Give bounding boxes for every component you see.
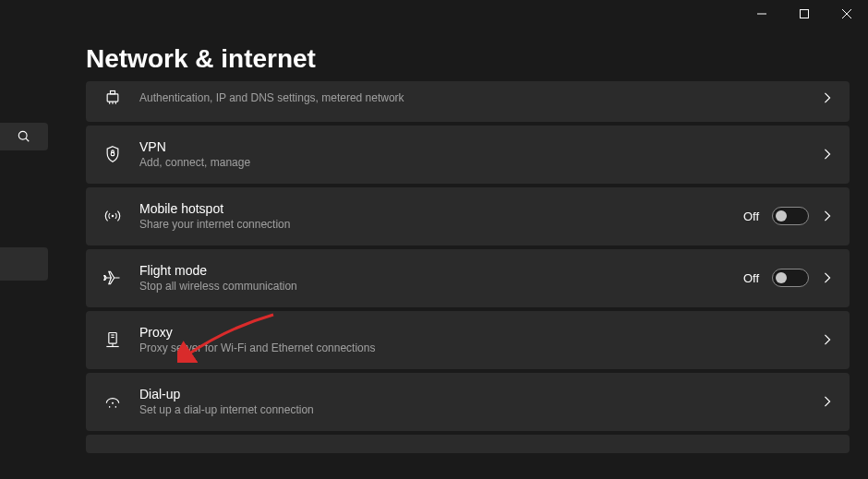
sidebar xyxy=(0,0,48,479)
settings-item-proxy[interactable]: Proxy Proxy server for Wi-Fi and Etherne… xyxy=(86,311,850,369)
svg-rect-13 xyxy=(109,333,116,344)
svg-rect-7 xyxy=(111,91,115,94)
window-controls xyxy=(741,0,868,28)
flight-mode-subtitle: Stop all wireless communication xyxy=(139,279,743,294)
hotspot-icon xyxy=(102,206,123,226)
maximize-icon xyxy=(800,9,809,18)
minimize-icon xyxy=(757,9,766,18)
toggle-knob xyxy=(776,272,787,283)
flight-mode-toggle-state: Off xyxy=(743,271,759,285)
settings-item-vpn[interactable]: VPN Add, connect, manage xyxy=(86,126,850,184)
proxy-title: Proxy xyxy=(139,324,822,341)
chevron-right-icon xyxy=(822,210,833,222)
mobile-hotspot-toggle-state: Off xyxy=(743,210,759,223)
minimize-button[interactable] xyxy=(741,0,783,28)
mobile-hotspot-toggle[interactable] xyxy=(772,207,809,225)
svg-point-12 xyxy=(112,215,115,218)
svg-point-4 xyxy=(18,131,27,139)
page-title: Network & internet xyxy=(86,44,316,74)
settings-item-ethernet[interactable]: Authentication, IP and DNS settings, met… xyxy=(86,81,850,122)
svg-rect-6 xyxy=(107,94,118,102)
svg-rect-1 xyxy=(801,10,809,18)
search-button[interactable] xyxy=(0,123,48,150)
settings-item-flight-mode[interactable]: Flight mode Stop all wireless communicat… xyxy=(86,249,850,307)
svg-line-5 xyxy=(26,138,29,141)
svg-point-18 xyxy=(112,402,114,404)
flight-mode-title: Flight mode xyxy=(139,262,743,279)
chevron-right-icon xyxy=(822,272,833,283)
chevron-right-icon xyxy=(822,92,833,103)
proxy-subtitle: Proxy server for Wi-Fi and Ethernet conn… xyxy=(139,341,822,356)
ethernet-subtitle: Authentication, IP and DNS settings, met… xyxy=(139,90,822,106)
svg-rect-11 xyxy=(111,153,114,156)
vpn-title: VPN xyxy=(139,138,822,155)
chevron-right-icon xyxy=(822,396,833,407)
dialup-title: Dial-up xyxy=(139,386,822,402)
search-icon xyxy=(18,130,30,143)
airplane-icon xyxy=(102,268,123,288)
dialup-icon xyxy=(102,391,123,412)
shield-icon xyxy=(102,144,123,164)
vpn-subtitle: Add, connect, manage xyxy=(139,155,822,171)
close-icon xyxy=(842,9,851,18)
settings-list: Authentication, IP and DNS settings, met… xyxy=(86,81,850,453)
close-button[interactable] xyxy=(826,0,868,28)
mobile-hotspot-title: Mobile hotspot xyxy=(139,200,743,217)
dialup-subtitle: Set up a dial-up internet connection xyxy=(139,402,822,418)
flight-mode-toggle[interactable] xyxy=(772,269,809,287)
ethernet-icon xyxy=(102,88,123,108)
settings-item-partial[interactable] xyxy=(86,435,850,453)
settings-item-dialup[interactable]: Dial-up Set up a dial-up internet connec… xyxy=(86,373,850,431)
proxy-icon xyxy=(102,329,123,350)
maximize-button[interactable] xyxy=(783,0,826,28)
sidebar-item-network[interactable] xyxy=(0,247,48,281)
chevron-right-icon xyxy=(822,334,833,345)
mobile-hotspot-subtitle: Share your internet connection xyxy=(139,217,743,233)
chevron-right-icon xyxy=(822,149,833,160)
toggle-knob xyxy=(776,210,787,222)
settings-item-mobile-hotspot[interactable]: Mobile hotspot Share your internet conne… xyxy=(86,187,850,245)
